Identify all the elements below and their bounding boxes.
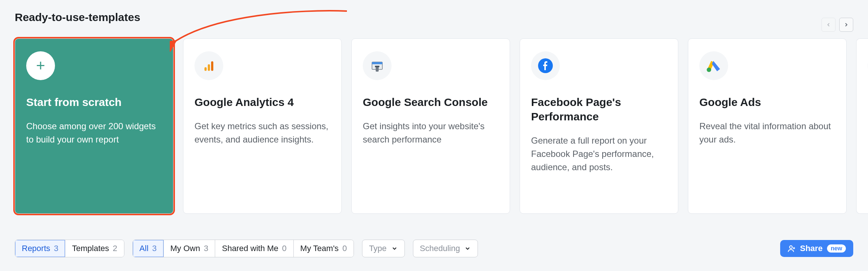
tab-label: Templates [72, 244, 109, 253]
search-console-icon-circle [363, 51, 392, 80]
template-card-facebook-page[interactable]: Facebook Page's Performance Generate a f… [520, 38, 678, 214]
chevron-down-icon [391, 245, 398, 252]
pager [822, 18, 853, 32]
filters-row: Reports 3 Templates 2 All 3 My Own 3 Sha… [15, 240, 853, 257]
filter-my-own[interactable]: My Own 3 [164, 240, 216, 257]
card-title: Google Ads [699, 95, 835, 109]
google-analytics-icon [202, 58, 216, 73]
filter-shared-with-me[interactable]: Shared with Me 0 [215, 240, 293, 257]
tab-label: My Own [170, 244, 200, 253]
tab-label: Shared with Me [222, 244, 278, 253]
tab-templates[interactable]: Templates 2 [65, 240, 124, 257]
svg-rect-0 [204, 67, 207, 71]
filter-all[interactable]: All 3 [133, 240, 164, 257]
tab-label: Reports [22, 244, 50, 253]
card-desc: Choose among over 200 widgets to build y… [26, 120, 162, 146]
card-desc: Generate a full report on your Facebook … [531, 134, 667, 174]
dropdown-label: Type [369, 244, 387, 253]
svg-rect-6 [375, 66, 379, 67]
card-desc: Get insights into your website's search … [363, 120, 499, 146]
section-title: Ready-to-use-templates [15, 11, 140, 24]
plus-icon: + [36, 58, 45, 73]
dropdown-label: Scheduling [420, 244, 460, 253]
scheduling-dropdown[interactable]: Scheduling [413, 240, 478, 257]
tab-count: 3 [54, 244, 58, 253]
template-card-partial[interactable]: M Ga ca [856, 38, 868, 214]
card-title: Google Search Console [363, 95, 499, 109]
google-search-console-icon [370, 58, 385, 73]
chevron-left-icon [826, 22, 831, 28]
tab-count: 0 [342, 244, 347, 253]
type-dropdown[interactable]: Type [362, 240, 405, 257]
card-title: Google Analytics 4 [194, 95, 330, 109]
share-button[interactable]: Share new [780, 240, 853, 257]
analytics-icon-circle [194, 51, 223, 80]
tab-label: All [140, 244, 148, 253]
facebook-icon [537, 58, 554, 74]
template-card-start-from-scratch[interactable]: + Start from scratch Choose among over 2… [15, 38, 173, 214]
tab-label: My Team's [300, 244, 339, 253]
card-desc: Get key metrics such as sessions, events… [194, 120, 330, 146]
pager-next-button[interactable] [839, 18, 853, 32]
card-title: Start from scratch [26, 95, 162, 109]
card-title: Facebook Page's Performance [531, 95, 667, 124]
tab-count: 3 [204, 244, 208, 253]
user-plus-icon [788, 244, 796, 253]
google-ads-icon-circle [699, 51, 728, 80]
chevron-down-icon [464, 245, 471, 252]
tab-count: 0 [282, 244, 286, 253]
template-card-google-search-console[interactable]: Google Search Console Get insights into … [351, 38, 510, 214]
filter-my-teams[interactable]: My Team's 0 [294, 240, 354, 257]
chevron-right-icon [843, 22, 849, 28]
tab-count: 2 [113, 244, 117, 253]
card-desc: Reveal the vital information about your … [699, 120, 835, 146]
svg-rect-5 [376, 66, 379, 72]
svg-rect-4 [372, 62, 382, 64]
plus-icon-circle: + [26, 51, 55, 80]
new-badge: new [827, 244, 846, 253]
share-label: Share [800, 244, 823, 253]
svg-rect-1 [208, 64, 210, 71]
tab-count: 3 [152, 244, 156, 253]
svg-point-8 [707, 68, 711, 72]
pager-prev-button[interactable] [822, 18, 836, 32]
ownership-filter: All 3 My Own 3 Shared with Me 0 My Team'… [132, 240, 354, 257]
template-card-google-analytics-4[interactable]: Google Analytics 4 Get key metrics such … [183, 38, 342, 214]
svg-rect-2 [211, 61, 213, 71]
template-cards: + Start from scratch Choose among over 2… [15, 38, 853, 214]
view-toggle: Reports 3 Templates 2 [15, 240, 124, 257]
svg-point-10 [789, 246, 792, 248]
facebook-icon-circle [531, 51, 560, 80]
google-ads-icon [706, 58, 721, 73]
template-card-google-ads[interactable]: Google Ads Reveal the vital information … [688, 38, 847, 214]
tab-reports[interactable]: Reports 3 [15, 240, 65, 257]
